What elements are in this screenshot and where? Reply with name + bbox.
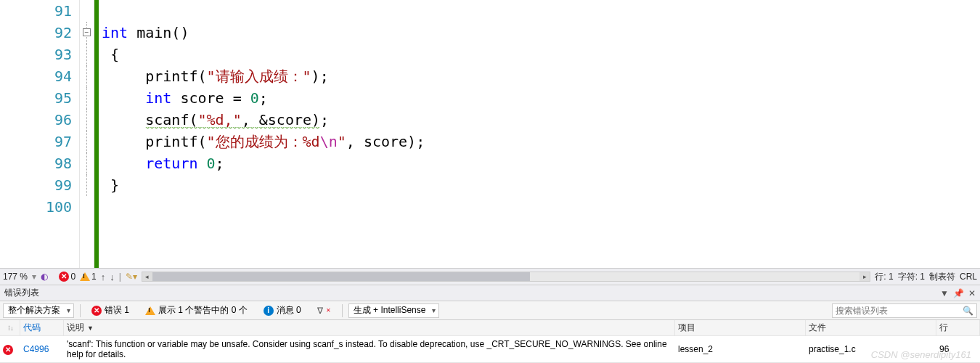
- info-icon: i: [264, 306, 274, 316]
- scrollbar-thumb[interactable]: [152, 272, 530, 281]
- fold-column: −: [80, 0, 94, 268]
- error-count[interactable]: ✕0: [59, 272, 75, 282]
- panel-title: 错误列表: [4, 287, 39, 299]
- zoom-level[interactable]: 177 %: [3, 272, 28, 282]
- warning-count[interactable]: 1: [80, 272, 97, 282]
- scroll-left-button[interactable]: ◂: [142, 272, 152, 281]
- horizontal-scrollbar[interactable]: ◂ ▸: [142, 272, 870, 282]
- row-line: 96: [936, 344, 980, 354]
- errors-filter-button[interactable]: ✕错误 1: [86, 303, 134, 319]
- close-icon[interactable]: ✕: [968, 288, 976, 298]
- error-search-input[interactable]: [836, 306, 963, 316]
- line-number: 100: [0, 196, 72, 218]
- editor-status-bar: 177 % ▾ ◐ ✕0 1 ↑ ↓ | ✎▾ ◂ ▸ 行: 1 字符: 1 制…: [0, 268, 980, 285]
- code-editor[interactable]: 91 92 93 94 95 96 97 98 99 100 − int mai…: [0, 0, 980, 268]
- line-ending: CRL: [960, 272, 977, 282]
- line-header[interactable]: 行: [936, 320, 980, 335]
- cursor-char: 字符: 1: [898, 271, 925, 283]
- line-number: 93: [0, 44, 72, 65]
- prev-issue-button[interactable]: ↑: [101, 272, 106, 282]
- row-description: 'scanf': This function or variable may b…: [64, 339, 675, 359]
- row-code: C4996: [20, 344, 64, 354]
- error-row[interactable]: ✕ C4996 'scanf': This function or variab…: [0, 336, 980, 363]
- build-mode-dropdown[interactable]: 生成 + IntelliSense: [348, 303, 440, 318]
- error-list-filter-bar: 整个解决方案 ✕错误 1 展示 1 个警告中的 0 个 i消息 0 ∇✕ 生成 …: [0, 301, 980, 320]
- desc-header[interactable]: 说明 ▼: [64, 320, 675, 335]
- line-number: 95: [0, 87, 72, 109]
- health-indicator-icon[interactable]: ◐: [41, 272, 48, 282]
- cursor-line: 行: 1: [875, 271, 893, 283]
- line-number: 94: [0, 65, 72, 87]
- warnings-filter-button[interactable]: 展示 1 个警告中的 0 个: [140, 303, 253, 319]
- scope-dropdown[interactable]: 整个解决方案: [3, 303, 74, 318]
- next-issue-button[interactable]: ↓: [110, 272, 115, 282]
- error-icon: ✕: [59, 272, 69, 282]
- code-header[interactable]: 代码: [20, 320, 64, 335]
- row-file: practise_1.c: [806, 344, 936, 354]
- row-severity-icon: ✕: [0, 344, 20, 355]
- search-icon: 🔍: [963, 306, 973, 316]
- messages-filter-button[interactable]: i消息 0: [258, 303, 306, 319]
- line-number: 99: [0, 174, 72, 196]
- line-number: 97: [0, 131, 72, 152]
- file-header[interactable]: 文件: [806, 320, 936, 335]
- line-number: 98: [0, 152, 72, 174]
- scroll-right-button[interactable]: ▸: [859, 272, 870, 281]
- error-list-grid: ⁞↓ 代码 说明 ▼ 项目 文件 行 ✕ C4996 'scanf': This…: [0, 320, 980, 363]
- grid-header-row: ⁞↓ 代码 说明 ▼ 项目 文件 行: [0, 320, 980, 336]
- line-number: 92: [0, 22, 72, 44]
- error-search-box[interactable]: 🔍: [832, 303, 977, 318]
- line-number-gutter: 91 92 93 94 95 96 97 98 99 100: [0, 0, 80, 268]
- pin-icon[interactable]: 📌: [953, 288, 964, 298]
- code-area[interactable]: int main() { printf("请输入成绩："); int score…: [99, 0, 980, 268]
- clear-filter-button[interactable]: ∇✕: [312, 303, 336, 319]
- brush-icon[interactable]: ✎▾: [126, 272, 137, 282]
- error-list-panel-header: 错误列表 ▼ 📌 ✕: [0, 285, 980, 301]
- line-number: 96: [0, 109, 72, 131]
- fold-toggle-icon[interactable]: −: [83, 28, 91, 36]
- warning-icon: [145, 306, 155, 315]
- project-header[interactable]: 项目: [675, 320, 806, 335]
- dropdown-arrow-icon[interactable]: ▼: [940, 288, 949, 298]
- row-project: lessen_2: [675, 344, 806, 354]
- severity-header[interactable]: ⁞↓: [0, 320, 20, 335]
- error-icon: ✕: [3, 345, 13, 355]
- line-number: 91: [0, 0, 72, 22]
- error-icon: ✕: [91, 306, 102, 316]
- indent-mode: 制表符: [929, 271, 955, 283]
- warning-icon: [80, 272, 90, 281]
